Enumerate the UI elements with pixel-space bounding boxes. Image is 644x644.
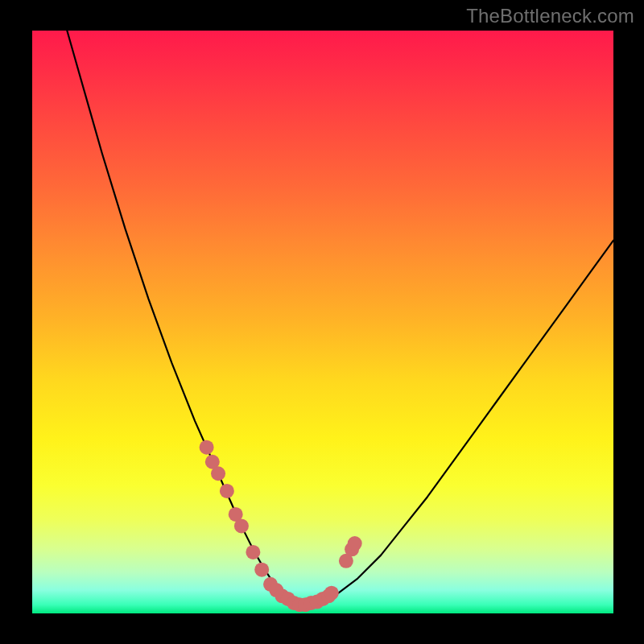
curve-markers <box>200 440 362 612</box>
plot-area <box>32 31 613 613</box>
marker-dot <box>234 518 249 533</box>
marker-dot <box>246 545 260 559</box>
marker-dot <box>348 536 362 551</box>
chart-svg <box>32 31 613 613</box>
marker-dot <box>200 440 214 455</box>
marker-dot <box>324 586 339 601</box>
watermark-text: TheBottleneck.com <box>466 5 634 27</box>
chart-frame: TheBottleneck.com <box>0 0 644 644</box>
marker-dot <box>211 466 225 481</box>
marker-dot <box>220 484 234 498</box>
marker-dot <box>254 563 269 577</box>
bottleneck-curve <box>67 31 613 605</box>
